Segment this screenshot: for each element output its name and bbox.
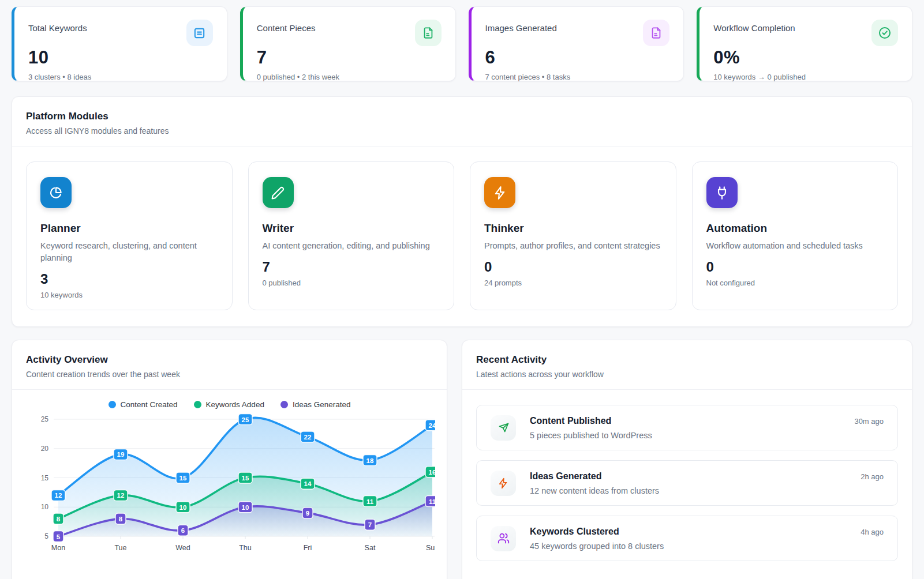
svg-text:25: 25 xyxy=(242,416,249,423)
activity-overview-subtitle: Content creation trends over the past we… xyxy=(26,370,433,379)
svg-text:8: 8 xyxy=(119,516,123,522)
activity-overview-header: Activity Overview Content creation trend… xyxy=(12,340,447,390)
module-meta: 10 keywords xyxy=(40,291,218,299)
legend-label: Content Created xyxy=(121,400,178,409)
pencil-icon xyxy=(263,177,294,208)
module-description: Keyword research, clustering, and conten… xyxy=(40,240,218,264)
module-value: 0 xyxy=(706,259,884,275)
svg-text:Thu: Thu xyxy=(239,544,252,552)
svg-text:10: 10 xyxy=(242,504,249,511)
recent-activity-header: Recent Activity Latest actions across yo… xyxy=(462,340,912,390)
stat-card-images-generated: Images Generated 6 7 content pieces • 8 … xyxy=(469,6,684,81)
svg-text:6: 6 xyxy=(181,527,185,534)
platform-modules-panel: Platform Modules Access all IGNY8 module… xyxy=(12,96,912,327)
chart-legend: Content Created Keywords Added Ideas Gen… xyxy=(12,400,447,409)
module-value: 7 xyxy=(263,259,440,275)
svg-text:14: 14 xyxy=(304,480,312,487)
recent-activity-subtitle: Latest actions across your workflow xyxy=(476,370,898,379)
svg-text:Fri: Fri xyxy=(304,544,312,552)
send-icon xyxy=(491,415,516,441)
stat-value: 7 xyxy=(257,47,442,68)
legend-dot xyxy=(280,401,288,408)
module-name: Writer xyxy=(263,222,440,235)
activity-description: 45 keywords grouped into 8 clusters xyxy=(530,542,664,551)
svg-text:12: 12 xyxy=(117,492,125,499)
module-card-automation[interactable]: Automation Workflow automation and sched… xyxy=(692,161,899,310)
svg-text:9: 9 xyxy=(306,510,309,517)
stat-subtitle: 10 keywords → 0 published xyxy=(713,73,898,81)
svg-text:Mon: Mon xyxy=(51,544,65,552)
lightning-icon xyxy=(484,177,515,208)
activity-item-content-published[interactable]: Content Published 5 pieces published to … xyxy=(476,405,898,450)
legend-item-ideas-generated[interactable]: Ideas Generated xyxy=(280,400,351,409)
module-meta: 24 prompts xyxy=(484,279,662,287)
module-description: Prompts, author profiles, and content st… xyxy=(484,240,662,252)
activity-item-keywords-clustered[interactable]: Keywords Clustered 45 keywords grouped i… xyxy=(476,516,898,561)
svg-text:15: 15 xyxy=(242,475,249,482)
module-name: Thinker xyxy=(484,222,662,235)
svg-text:18: 18 xyxy=(366,457,374,464)
legend-dot xyxy=(194,401,201,408)
stat-subtitle: 0 published • 2 this week xyxy=(257,73,442,81)
stat-title: Workflow Completion xyxy=(713,20,795,33)
activity-title: Content Published xyxy=(530,416,652,426)
module-name: Automation xyxy=(706,222,884,235)
module-meta: Not configured xyxy=(706,279,884,287)
stat-card-content-pieces: Content Pieces 7 0 published • 2 this we… xyxy=(240,6,456,81)
stat-title: Images Generated xyxy=(485,20,557,33)
svg-text:11: 11 xyxy=(366,498,374,505)
svg-text:Sat: Sat xyxy=(365,544,376,552)
module-name: Planner xyxy=(40,222,218,235)
lightning-icon xyxy=(491,471,516,496)
module-meta: 0 published xyxy=(263,279,440,287)
stat-card-total-keywords: Total Keywords 10 3 clusters • 8 ideas xyxy=(12,6,227,81)
keywords-list-icon xyxy=(186,20,213,46)
svg-text:20: 20 xyxy=(41,445,49,453)
module-description: Workflow automation and scheduled tasks xyxy=(706,240,884,252)
file-image-icon xyxy=(643,20,669,46)
stat-value: 0% xyxy=(713,47,898,68)
stat-title: Content Pieces xyxy=(257,20,316,33)
legend-label: Keywords Added xyxy=(206,400,264,409)
recent-activity-list: Content Published 5 pieces published to … xyxy=(462,390,912,576)
legend-item-keywords-added[interactable]: Keywords Added xyxy=(194,400,264,409)
svg-text:16: 16 xyxy=(429,469,435,476)
svg-text:15: 15 xyxy=(179,475,187,482)
users-icon xyxy=(491,526,516,551)
activity-timestamp: 30m ago xyxy=(854,417,884,426)
legend-dot xyxy=(109,401,116,408)
activity-description: 12 new content ideas from clusters xyxy=(530,486,659,495)
svg-text:22: 22 xyxy=(304,434,312,441)
stat-subtitle: 3 clusters • 8 ideas xyxy=(28,73,213,81)
svg-text:15: 15 xyxy=(41,474,49,482)
file-text-icon xyxy=(415,20,442,46)
activity-title: Ideas Generated xyxy=(530,471,659,482)
svg-text:7: 7 xyxy=(368,521,372,528)
activity-title: Keywords Clustered xyxy=(530,527,664,537)
module-value: 0 xyxy=(484,259,662,275)
svg-text:12: 12 xyxy=(55,492,62,499)
activity-item-ideas-generated[interactable]: Ideas Generated 12 new content ideas fro… xyxy=(476,460,898,506)
svg-text:5: 5 xyxy=(44,532,48,540)
svg-text:Wed: Wed xyxy=(175,544,190,552)
svg-text:10: 10 xyxy=(41,503,49,511)
stat-title: Total Keywords xyxy=(28,20,87,33)
stat-value: 6 xyxy=(485,47,670,68)
activity-timestamp: 4h ago xyxy=(861,528,884,536)
module-value: 3 xyxy=(40,271,218,287)
stat-subtitle: 7 content pieces • 8 tasks xyxy=(485,73,670,81)
pie-chart-icon xyxy=(40,177,72,208)
modules-grid: Planner Keyword research, clustering, an… xyxy=(12,146,912,326)
platform-modules-subtitle: Access all IGNY8 modules and features xyxy=(26,126,898,136)
platform-modules-header: Platform Modules Access all IGNY8 module… xyxy=(12,97,912,146)
activity-chart: 510152025MonTueWedThuFriSatSun1219152522… xyxy=(12,409,447,568)
plug-icon xyxy=(706,177,738,208)
legend-item-content-created[interactable]: Content Created xyxy=(109,400,178,409)
activity-chart-svg: 510152025MonTueWedThuFriSatSun1219152522… xyxy=(24,411,435,566)
svg-text:24: 24 xyxy=(429,422,435,429)
module-card-planner[interactable]: Planner Keyword research, clustering, an… xyxy=(26,161,233,310)
svg-text:11: 11 xyxy=(429,498,435,505)
module-card-thinker[interactable]: Thinker Prompts, author profiles, and co… xyxy=(470,161,676,310)
bottom-row: Activity Overview Content creation trend… xyxy=(12,340,912,579)
module-card-writer[interactable]: Writer AI content generation, editing, a… xyxy=(248,161,455,310)
